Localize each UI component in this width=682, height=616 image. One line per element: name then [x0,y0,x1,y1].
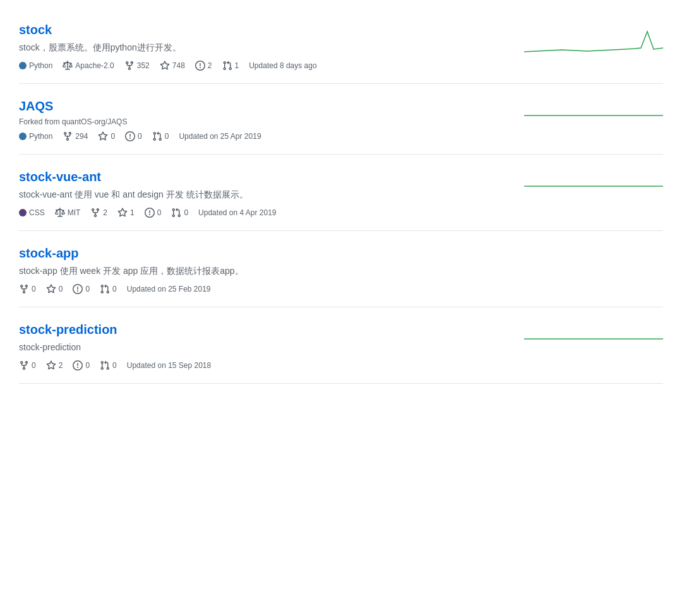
issues-count[interactable]: 0 [145,208,162,218]
stars-count[interactable]: 1 [117,208,135,218]
license-badge: MIT [55,208,81,218]
language-dot [19,209,27,216]
activity-chart [524,320,663,358]
stars-count[interactable]: 0 [98,131,115,141]
issues-count[interactable]: 0 [125,131,142,141]
prs-count[interactable]: 0 [100,360,117,370]
repo-title-link[interactable]: JAQS [19,99,53,114]
language-badge: CSS [19,208,45,217]
updated-time: Updated on 25 Feb 2019 [127,285,211,293]
forks-count[interactable]: 0 [19,360,36,370]
activity-chart [524,167,663,205]
prs-count[interactable]: 0 [100,284,117,294]
language-name: Python [29,61,52,70]
language-badge: Python [19,61,52,70]
repo-item-stock: stock stock，股票系统。使用python进行开发。 Python Ap… [19,13,663,84]
stars-count[interactable]: 748 [160,61,185,71]
repository-list: stock stock，股票系统。使用python进行开发。 Python Ap… [19,13,663,384]
forks-count[interactable]: 2 [90,208,107,218]
repo-title-link[interactable]: stock-prediction [19,323,117,337]
fork-source-link[interactable]: Forked from quantOS-org/JAQS [19,117,127,126]
prs-count[interactable]: 1 [222,61,239,71]
stars-count[interactable]: 0 [46,284,63,294]
stars-count[interactable]: 2 [46,360,63,370]
language-dot [19,62,27,69]
license-name: MIT [68,208,81,217]
language-name: CSS [29,208,45,217]
language-badge: Python [19,132,52,141]
repo-meta-stock-prediction: 0 2 0 0 Updated on 15 Sep 2018 [19,360,663,370]
activity-chart [524,97,663,134]
repo-item-jaqs: JAQS Forked from quantOS-org/JAQS Python… [19,84,663,155]
issues-count[interactable]: 2 [195,61,212,71]
repo-item-stock-app: stock-app stock-app 使用 week 开发 app 应用，数据… [19,231,663,307]
repo-description: stock-app 使用 week 开发 app 应用，数据统计报表app。 [19,264,663,278]
prs-count[interactable]: 0 [152,131,169,141]
language-dot [19,133,27,140]
repo-title-link[interactable]: stock-vue-ant [19,170,101,184]
updated-time: Updated on 4 Apr 2019 [198,208,276,217]
updated-time: Updated on 25 Apr 2019 [179,132,261,141]
repo-title-link[interactable]: stock-app [19,246,78,261]
forks-count[interactable]: 0 [19,284,36,294]
license-badge: Apache-2.0 [63,61,114,71]
repo-title-link[interactable]: stock [19,23,52,37]
repo-meta-stock-app: 0 0 0 0 Updated on 25 Feb 2019 [19,284,663,294]
repo-meta-stock-vue-ant: CSS MIT 2 1 0 0 Updated on 4 Apr 2019 [19,208,663,218]
repo-item-stock-vue-ant: stock-vue-ant stock-vue-ant 使用 vue 和 ant… [19,155,663,231]
language-name: Python [29,132,52,141]
repo-item-stock-prediction: stock-prediction stock-prediction 0 2 0 … [19,307,663,384]
prs-count[interactable]: 0 [171,208,188,218]
forks-count[interactable]: 294 [63,131,88,141]
forks-count[interactable]: 352 [124,61,150,71]
activity-chart [524,25,663,63]
updated-time: Updated on 15 Sep 2018 [127,361,211,370]
issues-count[interactable]: 0 [73,360,90,370]
updated-time: Updated 8 days ago [249,61,316,70]
issues-count[interactable]: 0 [73,284,90,294]
license-name: Apache-2.0 [75,61,114,70]
